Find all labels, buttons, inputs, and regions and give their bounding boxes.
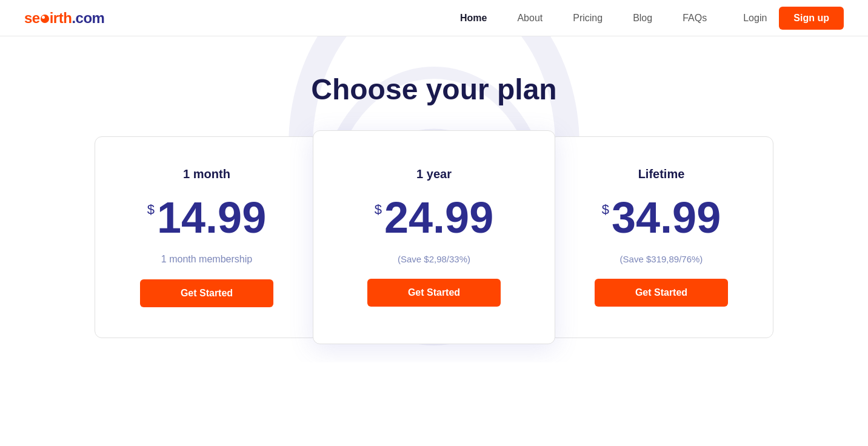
logo-icon: [41, 15, 49, 23]
nav-pricing[interactable]: Pricing: [573, 13, 603, 24]
get-started-lifetime[interactable]: Get Started: [595, 279, 728, 307]
nav-links: Home About Pricing Blog FAQs: [460, 13, 707, 24]
currency-yearly: $: [375, 202, 382, 218]
get-started-monthly[interactable]: Get Started: [140, 279, 273, 307]
price-monthly: 14.99: [157, 196, 266, 239]
plan-name-monthly: 1 month: [183, 167, 230, 181]
pricing-cards: 1 month $ 14.99 1 month membership Get S…: [70, 136, 798, 338]
nav-blog[interactable]: Blog: [633, 13, 652, 24]
price-row-yearly: $ 24.99: [375, 196, 493, 239]
price-row-monthly: $ 14.99: [147, 196, 266, 239]
savings-lifetime: (Save $319,89/76%): [620, 254, 703, 264]
nav-right: Login Sign up: [743, 7, 844, 30]
logo-domain: .com: [72, 10, 104, 26]
plan-name-lifetime: Lifetime: [638, 167, 685, 181]
nav-home[interactable]: Home: [460, 13, 487, 24]
logo[interactable]: seirth.com: [24, 10, 104, 27]
get-started-yearly[interactable]: Get Started: [367, 279, 501, 307]
page-title: Choose your plan: [24, 73, 844, 106]
signup-button[interactable]: Sign up: [779, 7, 844, 30]
nav-about[interactable]: About: [517, 13, 542, 24]
plan-name-yearly: 1 year: [416, 167, 452, 181]
savings-yearly: (Save $2,98/33%): [398, 254, 470, 264]
plan-card-lifetime: Lifetime $ 34.99 (Save $319,89/76%) Get …: [549, 136, 773, 338]
navbar: seirth.com Home About Pricing Blog FAQs …: [0, 0, 868, 36]
main-content: Choose your plan 1 month $ 14.99 1 month…: [0, 36, 868, 362]
plan-card-yearly: 1 year $ 24.99 (Save $2,98/33%) Get Star…: [313, 130, 555, 344]
logo-seo: se: [24, 10, 40, 26]
login-link[interactable]: Login: [743, 13, 767, 24]
nav-faqs[interactable]: FAQs: [683, 13, 707, 24]
currency-monthly: $: [147, 202, 155, 218]
price-lifetime: 34.99: [612, 196, 721, 239]
plan-card-monthly: 1 month $ 14.99 1 month membership Get S…: [95, 136, 319, 338]
plan-desc-monthly: 1 month membership: [161, 254, 252, 265]
logo-b: irth: [50, 10, 72, 26]
price-row-lifetime: $ 34.99: [602, 196, 721, 239]
currency-lifetime: $: [602, 202, 609, 218]
price-yearly: 24.99: [384, 196, 493, 239]
